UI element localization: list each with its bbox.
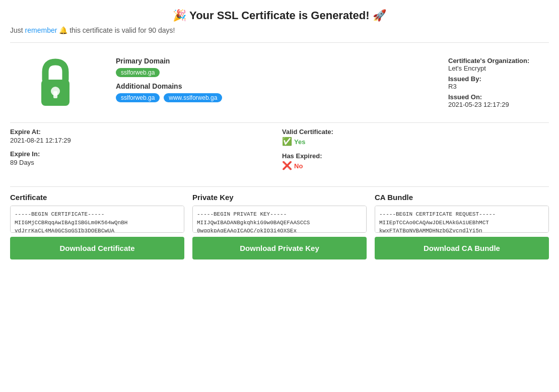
certificate-label: Certificate xyxy=(10,193,184,202)
issued-on-value: 2021-05-23 12:17:29 xyxy=(448,101,549,108)
svg-rect-2 xyxy=(53,91,57,98)
x-circle-icon: ❌ xyxy=(282,161,292,170)
valid-cert-label: Valid Certificate: xyxy=(282,128,544,136)
additional-domain-badge-1: sslforweb.ga xyxy=(116,93,160,102)
certificate-textarea[interactable] xyxy=(11,206,184,232)
has-expired-label: Has Expired: xyxy=(282,152,544,160)
subtitle: Just remember 🔔 this certificate is vali… xyxy=(10,26,549,34)
download-ca-button[interactable]: Download CA Bundle xyxy=(375,237,549,259)
domain-info: Primary Domain sslforweb.ga Additional D… xyxy=(116,57,433,102)
additional-domain-badge-2: www.sslforweb.ga xyxy=(164,93,222,102)
download-key-button[interactable]: Download Private Key xyxy=(192,237,367,259)
issued-by-value: R3 xyxy=(448,83,549,90)
download-cert-button[interactable]: Download Certificate xyxy=(10,237,184,259)
divider-2 xyxy=(10,186,549,187)
divider-1 xyxy=(10,42,549,43)
expire-in-label: Expire In: xyxy=(10,150,272,158)
primary-domain-label: Primary Domain xyxy=(116,57,433,65)
issued-by-label: Issued By: xyxy=(448,75,549,83)
valid-cert-item: Valid Certificate: ✅Yes xyxy=(282,128,544,146)
issued-on-label: Issued On: xyxy=(448,93,549,101)
expire-in-item: Expire In: 89 Days xyxy=(10,150,272,166)
expire-at-label: Expire At: xyxy=(10,128,272,136)
ca-bundle-box: CA Bundle Download CA Bundle xyxy=(375,193,549,259)
expire-at-item: Expire At: 2021-08-21 12:17:29 xyxy=(10,128,272,144)
expire-in-value: 89 Days xyxy=(10,159,272,166)
ca-bundle-textarea-wrapper xyxy=(375,206,549,233)
cert-details: Certificate's Organization: Let's Encryp… xyxy=(448,57,549,108)
check-icon: ✅ xyxy=(282,137,292,146)
org-label: Certificate's Organization: xyxy=(448,57,549,64)
certificate-box: Certificate Download Certificate xyxy=(10,193,184,259)
page-title: 🎉 Your SSL Certificate is Generated! 🚀 xyxy=(10,9,549,22)
lock-icon xyxy=(30,57,81,112)
private-key-textarea-wrapper xyxy=(192,206,367,233)
expire-at-value: 2021-08-21 12:17:29 xyxy=(10,137,272,144)
has-expired-item: Has Expired: ❌No xyxy=(282,152,544,170)
meta-col-1: Expire At: 2021-08-21 12:17:29 Expire In… xyxy=(10,128,277,170)
private-key-box: Private Key Download Private Key xyxy=(192,193,367,259)
issued-on-row: Issued On: 2021-05-23 12:17:29 xyxy=(448,93,549,108)
org-value: Let's Encrypt xyxy=(448,64,549,72)
issued-by-row: Issued By: R3 xyxy=(448,75,549,90)
lock-icon-container xyxy=(10,57,101,112)
ca-bundle-label: CA Bundle xyxy=(375,193,549,202)
ca-bundle-textarea[interactable] xyxy=(375,206,548,232)
page-container: 🎉 Your SSL Certificate is Generated! 🚀 J… xyxy=(0,0,559,270)
private-key-textarea[interactable] xyxy=(193,206,366,232)
remember-link[interactable]: remember xyxy=(25,26,57,34)
additional-domains-badges: sslforweb.ga www.sslforweb.ga xyxy=(116,93,433,102)
cert-boxes-section: Certificate Download Certificate Private… xyxy=(10,193,549,259)
has-expired-value: ❌No xyxy=(282,161,544,170)
subtitle-suffix: 🔔 this certificate is valid for 90 days! xyxy=(57,26,175,34)
title-section: 🎉 Your SSL Certificate is Generated! 🚀 xyxy=(10,9,549,22)
certificate-textarea-wrapper xyxy=(10,206,184,233)
private-key-label: Private Key xyxy=(192,193,367,202)
additional-domains-label: Additional Domains xyxy=(116,82,433,90)
info-section: Primary Domain sslforweb.ga Additional D… xyxy=(10,49,549,122)
primary-domain-badge: sslforweb.ga xyxy=(116,68,160,77)
meta-section: Expire At: 2021-08-21 12:17:29 Expire In… xyxy=(10,122,549,180)
valid-cert-value: ✅Yes xyxy=(282,137,544,146)
org-row: Certificate's Organization: Let's Encryp… xyxy=(448,57,549,72)
subtitle-prefix: Just xyxy=(10,26,25,34)
meta-col-2: Valid Certificate: ✅Yes Has Expired: ❌No xyxy=(277,128,549,170)
